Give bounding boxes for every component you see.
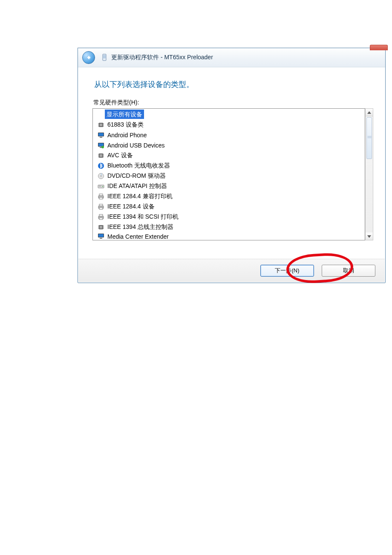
- wizard-window: 更新驱动程序软件 - MT65xx Preloader 从以下列表选择设备的类型…: [78, 48, 386, 283]
- list-label: 常见硬件类型(H):: [93, 99, 373, 107]
- chevron-down-icon: [367, 235, 371, 238]
- device-icon: [101, 54, 108, 61]
- list-item-label: IEEE 1284.4 兼容打印机: [107, 193, 173, 200]
- list-item[interactable]: Bluetooth 无线电收发器: [95, 161, 364, 171]
- chip-icon: [97, 121, 105, 129]
- list-item[interactable]: IEEE 1394 和 SCSI 打印机: [95, 212, 364, 222]
- scroll-up-button[interactable]: [366, 109, 373, 116]
- svg-rect-50: [100, 238, 102, 239]
- next-button-label: 下一步(N): [275, 267, 299, 275]
- window-title: 更新驱动程序软件 - MT65xx Preloader: [111, 54, 213, 61]
- cancel-button[interactable]: 取消: [322, 265, 375, 277]
- svg-rect-41: [100, 226, 102, 228]
- svg-rect-18: [100, 154, 102, 157]
- arrow-left-icon: [86, 55, 92, 61]
- list-item[interactable]: IEEE 1394 总线主控制器: [95, 222, 364, 232]
- device-type-list: 显示所有设备61883 设备类Android PhoneAndroid USB …: [92, 108, 373, 240]
- scroll-down-button[interactable]: [366, 232, 373, 240]
- list-item-label: DVD/CD-ROM 驱动器: [107, 172, 166, 180]
- chevron-up-icon: [367, 111, 371, 114]
- svg-rect-1: [103, 55, 106, 58]
- svg-rect-14: [98, 143, 104, 146]
- list-item-label: 显示所有设备: [105, 110, 144, 119]
- list-item[interactable]: AVC 设备: [95, 150, 364, 161]
- list-item[interactable]: DVD/CD-ROM 驱动器: [95, 171, 364, 181]
- svg-rect-32: [99, 194, 103, 196]
- disc-icon: [97, 172, 105, 180]
- list-item-label: Android Phone: [107, 132, 147, 139]
- wizard-footer: 下一步(N) 取消: [78, 259, 385, 282]
- list-item[interactable]: Android Phone: [95, 130, 364, 140]
- svg-rect-33: [99, 197, 103, 199]
- titlebar: 更新驱动程序软件 - MT65xx Preloader: [78, 48, 385, 67]
- list-item-label: IEEE 1394 和 SCSI 打印机: [107, 213, 179, 221]
- list-item[interactable]: IDE ATA/ATAPI 控制器: [95, 181, 364, 191]
- scroll-thumb[interactable]: [366, 117, 372, 159]
- usb-icon: [97, 142, 105, 149]
- list-item-label: Bluetooth 无线电收发器: [107, 162, 170, 170]
- svg-rect-30: [99, 186, 101, 186]
- list-item[interactable]: IEEE 1284.4 兼容打印机: [95, 191, 364, 202]
- monitor-icon: [97, 131, 105, 139]
- svg-point-16: [101, 146, 104, 148]
- svg-point-29: [102, 186, 103, 187]
- svg-rect-39: [99, 218, 103, 220]
- svg-rect-38: [99, 214, 103, 216]
- page-subtitle: 从以下列表选择设备的类型。: [94, 79, 373, 90]
- drive-icon: [97, 182, 105, 190]
- svg-rect-12: [100, 137, 102, 138]
- printer-icon: [97, 193, 105, 200]
- list-item[interactable]: 61883 设备类: [95, 120, 364, 130]
- scroll-track[interactable]: [366, 116, 373, 232]
- list-item-label: IDE ATA/ATAPI 控制器: [107, 182, 167, 190]
- svg-rect-11: [98, 133, 104, 136]
- bluetooth-icon: [97, 162, 105, 170]
- svg-rect-35: [99, 204, 103, 206]
- list-item[interactable]: Android USB Devices: [95, 140, 364, 150]
- svg-rect-49: [98, 234, 104, 237]
- close-icon[interactable]: [370, 45, 388, 50]
- wizard-body: 从以下列表选择设备的类型。 常见硬件类型(H): 显示所有设备61883 设备类…: [78, 67, 385, 245]
- list-item-label: Media Center Extender: [107, 233, 169, 240]
- printer-icon: [97, 203, 105, 211]
- back-button[interactable]: [82, 51, 95, 64]
- list-item[interactable]: IEEE 1284.4 设备: [95, 202, 364, 212]
- next-button[interactable]: 下一步(N): [260, 265, 314, 277]
- printer-icon: [97, 213, 105, 221]
- list-box[interactable]: 显示所有设备61883 设备类Android PhoneAndroid USB …: [92, 108, 365, 240]
- scrollbar[interactable]: [365, 108, 373, 240]
- list-item-label: Android USB Devices: [107, 142, 165, 149]
- chip-icon: [97, 223, 105, 231]
- svg-rect-36: [99, 208, 103, 209]
- list-item-label: 61883 设备类: [107, 121, 144, 129]
- list-item-label: AVC 设备: [107, 152, 133, 159]
- list-item[interactable]: 显示所有设备: [95, 110, 364, 120]
- list-item[interactable]: Media Center Extender: [95, 232, 364, 240]
- monitor-icon: [97, 232, 105, 240]
- cancel-button-label: 取消: [343, 267, 354, 275]
- list-item-label: IEEE 1394 总线主控制器: [107, 223, 173, 231]
- list-item-label: IEEE 1284.4 设备: [107, 203, 155, 211]
- svg-rect-3: [100, 124, 102, 126]
- chip-icon: [97, 152, 105, 159]
